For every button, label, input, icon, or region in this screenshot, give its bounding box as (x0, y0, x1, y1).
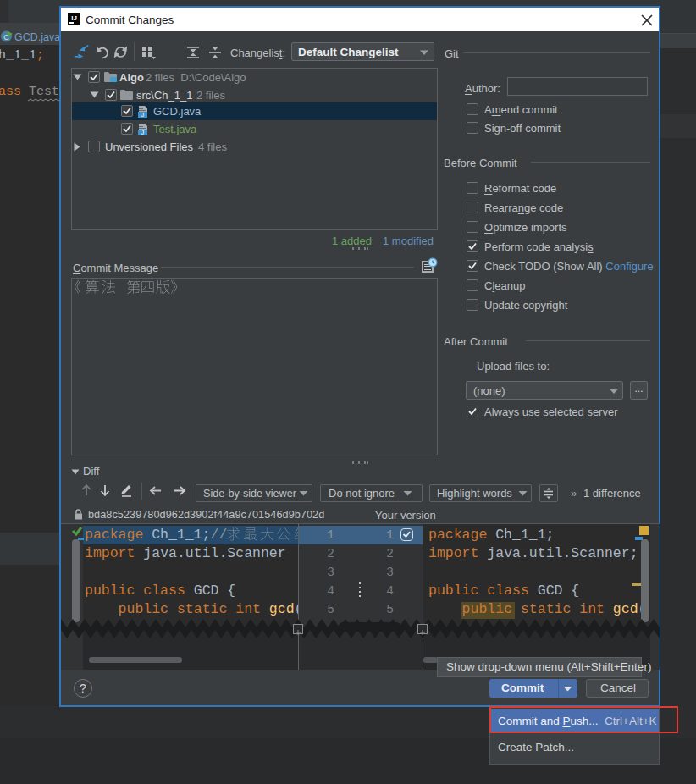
svg-text:J: J (141, 112, 145, 118)
svg-text:J: J (141, 130, 145, 135)
